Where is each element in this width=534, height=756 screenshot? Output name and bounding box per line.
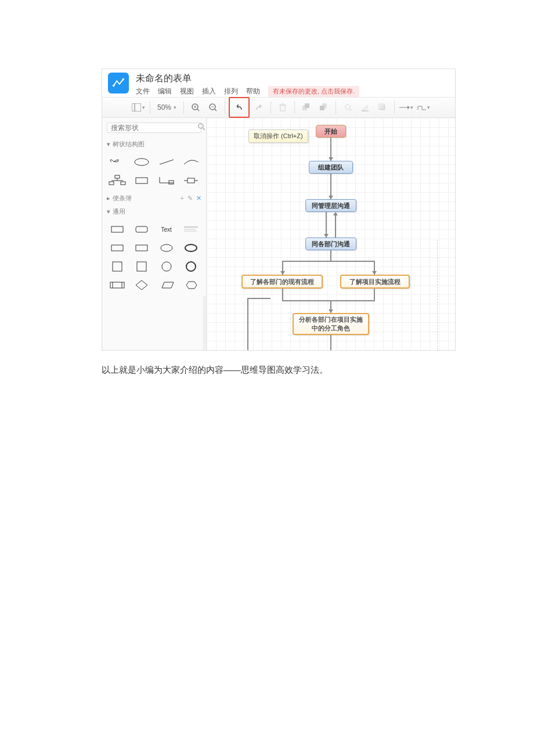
undo-button[interactable] [231, 99, 247, 116]
panel-tree-header[interactable]: ▾ 树状结构图 [102, 138, 206, 151]
waypoint-style-button[interactable]: ▾ [416, 99, 432, 116]
node-existing-flow[interactable]: 了解各部门的现有流程 [241, 275, 323, 289]
node-mgmt[interactable]: 同管理层沟通 [305, 199, 356, 212]
svg-rect-36 [136, 226, 147, 232]
search-field[interactable] [111, 124, 198, 132]
node-start[interactable]: 开始 [316, 125, 346, 138]
svg-rect-34 [187, 178, 194, 183]
edge [247, 298, 248, 350]
general-shapes: Text [102, 218, 206, 296]
zoom-select[interactable]: 50%▾ [154, 103, 180, 111]
shapes-sidebar: ▾ 树状结构图 ▸ 便条簿 + ✎ ✕ [102, 118, 207, 350]
layout-button[interactable]: ▾ [130, 99, 146, 116]
to-front-button[interactable] [298, 99, 315, 116]
shape-parallelogram[interactable] [156, 278, 177, 293]
shape-l-connector[interactable] [156, 173, 177, 188]
shape-circle-thick[interactable] [181, 259, 201, 274]
chevron-down-icon: ▾ [107, 141, 110, 148]
node-analyze[interactable]: 分析各部门在项目实施中的分工角色 [293, 313, 369, 335]
svg-rect-26 [115, 175, 120, 178]
svg-rect-45 [137, 262, 146, 271]
arrow-down-icon [280, 271, 285, 275]
arrow-down-icon [329, 196, 333, 199]
edge [335, 215, 336, 237]
shape-rect[interactable] [107, 222, 128, 237]
shape-text[interactable]: Text [156, 222, 177, 237]
node-proj-flow[interactable]: 了解项目实施流程 [340, 275, 410, 289]
sidebar-scrollbar[interactable] [203, 296, 206, 350]
panel-general-header[interactable]: ▾ 通用 [102, 205, 206, 218]
arrow-up-icon [333, 212, 338, 215]
shape-square[interactable] [107, 259, 128, 274]
svg-rect-31 [136, 178, 147, 183]
svg-point-42 [161, 244, 172, 251]
fill-color-button[interactable] [340, 99, 356, 116]
document-title[interactable]: 未命名的表单 [136, 73, 449, 85]
shape-rect-small[interactable] [131, 173, 152, 188]
menu-view[interactable]: 视图 [180, 87, 194, 96]
shape-square2[interactable] [131, 259, 152, 274]
shape-diamond[interactable] [131, 278, 152, 293]
edit-icon[interactable]: ✎ [187, 195, 193, 202]
node-dept[interactable]: 同各部门沟通 [305, 237, 356, 250]
edge [374, 289, 375, 300]
delete-button[interactable] [275, 99, 291, 116]
svg-line-9 [215, 109, 217, 111]
search-shapes-input[interactable] [107, 123, 201, 133]
workspace: ▾ 树状结构图 ▸ 便条簿 + ✎ ✕ [102, 118, 455, 350]
menu-arrange[interactable]: 排列 [224, 87, 238, 96]
shape-org[interactable] [107, 173, 128, 188]
arrow-down-icon [324, 234, 329, 237]
menu-help[interactable]: 帮助 [246, 87, 260, 96]
panel-notes-header[interactable]: ▸ 便条簿 + ✎ ✕ [102, 192, 206, 205]
shape-circle[interactable] [156, 259, 177, 274]
svg-point-46 [162, 262, 171, 271]
shape-ellipse-thick[interactable] [181, 240, 201, 255]
svg-rect-15 [305, 103, 309, 108]
arrow-down-icon [372, 271, 377, 275]
add-icon[interactable]: + [181, 195, 184, 202]
menu-insert[interactable]: 插入 [202, 87, 216, 96]
page-boundary [437, 240, 438, 350]
connection-style-button[interactable]: ▾ [398, 99, 414, 116]
to-back-button[interactable] [316, 99, 332, 116]
shape-infinity[interactable] [107, 154, 128, 170]
svg-point-0 [113, 85, 115, 87]
canvas[interactable]: 取消操作 (Ctrl+Z) 开始 组建团队 同管理层沟通 同各部门沟通 了解各部… [207, 118, 455, 350]
app-window: 未命名的表单 文件 编辑 视图 插入 排列 帮助 有未保存的更改, 点击我保存.… [102, 69, 456, 351]
separator [294, 101, 295, 114]
separator [183, 101, 184, 114]
node-team[interactable]: 组建团队 [309, 161, 353, 174]
edge [282, 289, 283, 300]
shape-heading[interactable] [181, 222, 201, 237]
svg-rect-32 [169, 181, 174, 184]
shape-ellipse[interactable] [156, 240, 177, 255]
shape-rect2[interactable] [107, 240, 128, 255]
shadow-button[interactable] [374, 99, 391, 116]
unsaved-notice[interactable]: 有未保存的更改, 点击我保存. [268, 86, 359, 97]
shape-curve[interactable] [181, 154, 201, 170]
svg-line-25 [160, 160, 174, 164]
zoom-out-button[interactable] [205, 99, 221, 116]
menu-file[interactable]: 文件 [136, 87, 150, 96]
edge [330, 335, 331, 350]
line-color-button[interactable] [357, 99, 373, 116]
shape-rounded-rect[interactable] [131, 222, 152, 237]
shape-rect3[interactable] [131, 240, 152, 255]
arrow-down-icon [329, 157, 333, 161]
svg-rect-44 [113, 262, 122, 271]
zoom-in-button[interactable] [187, 99, 204, 116]
shape-cross-box[interactable] [181, 173, 201, 188]
separator [270, 101, 271, 114]
shape-hexagon[interactable] [181, 278, 201, 293]
menu-edit[interactable]: 编辑 [158, 87, 172, 96]
svg-point-24 [135, 159, 149, 165]
chevron-right-icon: ▸ [107, 195, 110, 202]
svg-line-23 [203, 128, 205, 130]
separator [150, 101, 150, 114]
shape-process[interactable] [107, 278, 128, 293]
shape-line[interactable] [156, 154, 177, 170]
close-icon[interactable]: ✕ [196, 195, 201, 202]
redo-button[interactable] [251, 99, 267, 116]
shape-ellipse-label[interactable] [131, 154, 152, 170]
